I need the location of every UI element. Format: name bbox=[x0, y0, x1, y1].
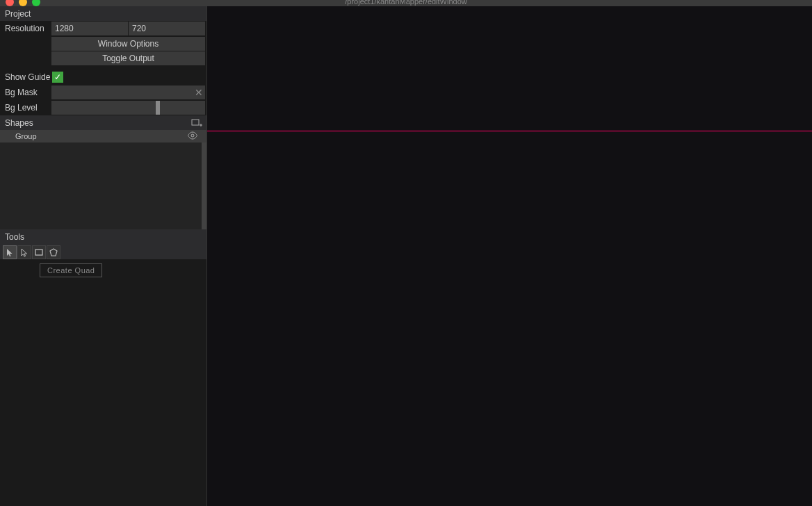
bg-level-row: Bg Level bbox=[0, 100, 206, 115]
bg-mask-label: Bg Mask bbox=[5, 88, 51, 97]
show-guide-checkbox[interactable]: ✓ bbox=[52, 72, 63, 83]
check-icon: ✓ bbox=[54, 73, 61, 81]
show-guide-label: Show Guide bbox=[5, 72, 52, 82]
bg-mask-clear-button[interactable]: ✕ bbox=[193, 85, 205, 99]
polygon-icon bbox=[49, 247, 58, 257]
close-window-button[interactable] bbox=[6, 0, 14, 6]
maximize-window-button[interactable] bbox=[32, 0, 40, 6]
eye-icon bbox=[187, 131, 198, 140]
pointer-outline-icon bbox=[19, 247, 29, 257]
shapes-section-header: Shapes bbox=[0, 115, 206, 130]
resolution-height-input[interactable] bbox=[129, 22, 205, 35]
bg-mask-input[interactable] bbox=[51, 85, 193, 99]
show-guide-row: Show Guide ✓ bbox=[0, 70, 206, 85]
toggle-output-button[interactable]: Toggle Output bbox=[51, 51, 205, 65]
shapes-label: Shapes bbox=[5, 118, 33, 128]
tool-row bbox=[0, 244, 206, 259]
window-options-button[interactable]: Window Options bbox=[51, 37, 205, 51]
create-quad-button[interactable]: Create Quad bbox=[40, 263, 102, 277]
titlebar: /project1/kantanMapper/editWindow bbox=[0, 0, 812, 6]
tools-label: Tools bbox=[5, 232, 24, 242]
sidebar: Project Resolution Window Options Toggle… bbox=[0, 6, 207, 506]
shapes-group-row[interactable]: Group bbox=[0, 130, 206, 142]
group-visibility-toggle[interactable] bbox=[187, 131, 198, 140]
close-icon: ✕ bbox=[195, 87, 203, 98]
traffic-lights bbox=[6, 0, 40, 6]
quad-tool-button[interactable] bbox=[32, 245, 46, 259]
direct-select-tool-button[interactable] bbox=[17, 245, 31, 259]
svg-rect-0 bbox=[192, 120, 199, 125]
rectangle-icon bbox=[34, 247, 44, 257]
canvas-area[interactable] bbox=[207, 6, 812, 506]
select-tool-button[interactable] bbox=[3, 245, 17, 259]
shapes-list[interactable] bbox=[0, 142, 206, 229]
canvas-viewport[interactable] bbox=[207, 6, 812, 506]
tools-section-header: Tools bbox=[0, 229, 206, 244]
bg-mask-row: Bg Mask ✕ bbox=[0, 85, 206, 100]
resolution-label: Resolution bbox=[5, 24, 51, 33]
resolution-width-input[interactable] bbox=[51, 22, 128, 35]
create-btn-row: Create Quad bbox=[0, 259, 206, 277]
window-title: /project1/kantanMapper/editWindow bbox=[345, 0, 466, 6]
pointer-filled-icon bbox=[5, 247, 15, 257]
add-shape-button[interactable] bbox=[191, 118, 202, 128]
add-shape-icon bbox=[191, 118, 202, 128]
bg-level-label: Bg Level bbox=[5, 103, 51, 113]
resolution-row: Resolution bbox=[0, 21, 206, 36]
group-label: Group bbox=[15, 132, 37, 140]
main: Project Resolution Window Options Toggle… bbox=[0, 6, 812, 506]
bg-level-slider-handle[interactable] bbox=[156, 101, 160, 115]
horizontal-guide-line[interactable] bbox=[207, 131, 812, 131]
minimize-window-button[interactable] bbox=[19, 0, 27, 6]
freeform-tool-button[interactable] bbox=[47, 245, 60, 259]
bg-level-slider[interactable] bbox=[51, 101, 205, 115]
project-section-header: Project bbox=[0, 6, 206, 21]
svg-rect-4 bbox=[35, 250, 42, 255]
svg-point-3 bbox=[191, 134, 194, 137]
